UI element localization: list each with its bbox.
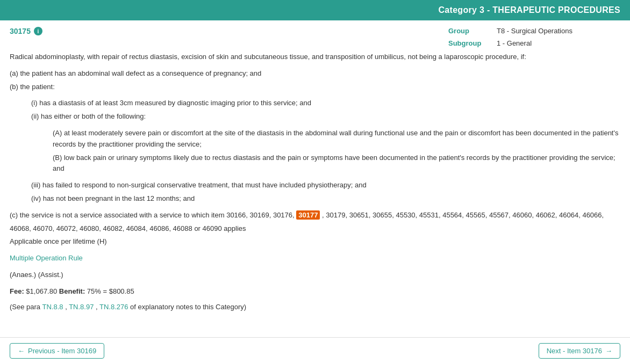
see-para-post: of explanatory notes to this Category)	[130, 303, 246, 311]
condition-c-post: , 30179, 30651, 30655, 45530, 45531, 455…	[322, 211, 604, 219]
benefit-label: Benefit:	[59, 287, 85, 295]
condition-b-ii-sub: (A) at least moderately severe pain or d…	[10, 128, 620, 174]
highlighted-item: 30177	[296, 210, 320, 220]
condition-b-text: (b) the patient:	[10, 82, 620, 93]
group-value: T8 - Surgical Operations	[497, 27, 572, 35]
anaes-text: (Anaes.) (Assist.)	[10, 270, 620, 281]
tn-8-97-link[interactable]: TN.8.97	[69, 303, 94, 311]
header-title: Category 3 - THERAPEUTIC PROCEDURES	[438, 5, 620, 14]
meta-panel: Group T8 - Surgical Operations Subgroup …	[438, 27, 620, 52]
condition-b-ii-text: (ii) has either or both of the following…	[31, 111, 620, 122]
applicable-text: Applicable once per lifetime (H)	[10, 236, 620, 247]
next-button-label: Next - Item 30176	[547, 347, 602, 355]
condition-b-iii-iv: (iii) has failed to respond to non-surgi…	[10, 180, 620, 205]
anaes-section: (Anaes.) (Assist.)	[10, 270, 620, 281]
condition-b-iii-text: (iii) has failed to respond to non-surgi…	[31, 180, 620, 191]
condition-a-block: (a) the patient has an abdominal wall de…	[10, 68, 620, 93]
page-header: Category 3 - THERAPEUTIC PROCEDURES	[0, 0, 630, 20]
meta-subgroup-row: Subgroup 1 - General	[448, 39, 620, 47]
previous-button-label: Previous - Item 30169	[28, 347, 96, 355]
condition-c-pre: (c) the service is not a service associa…	[10, 211, 295, 219]
multiple-operation-section: Multiple Operation Rule	[10, 253, 620, 264]
see-para-section: (See para TN.8.8 , TN.8.97 , TN.8.276 of…	[10, 302, 620, 313]
condition-a-text: (a) the patient has an abdominal wall de…	[10, 68, 620, 79]
condition-b-ii-B-text: (B) low back pain or urinary symptoms li…	[53, 152, 620, 175]
next-button[interactable]: Next - Item 30176	[539, 343, 620, 359]
item-id-link[interactable]: 30175	[10, 27, 31, 35]
group-label: Group	[448, 27, 497, 35]
main-description: Radical abdominoplasty, with repair of r…	[0, 52, 630, 361]
fee-value: $1,067.80	[26, 287, 57, 295]
subgroup-label: Subgroup	[448, 39, 497, 47]
see-para-line: (See para TN.8.8 , TN.8.97 , TN.8.276 of…	[10, 302, 620, 313]
fee-section: Fee: $1,067.80 Benefit: 75% = $800.85	[10, 286, 620, 297]
description-intro: Radical abdominoplasty, with repair of r…	[10, 52, 620, 63]
condition-b-i-text: (i) has a diastasis of at least 3cm meas…	[31, 98, 620, 109]
tn-8-8-link[interactable]: TN.8.8	[42, 303, 63, 311]
benefit-value: 75% = $800.85	[87, 287, 134, 295]
subgroup-value: 1 - General	[497, 39, 532, 47]
multiple-operation-rule-link[interactable]: Multiple Operation Rule	[10, 254, 83, 262]
condition-b-ii-A-text: (A) at least moderately severe pain or d…	[53, 128, 620, 150]
condition-c-block: (c) the service is not a service associa…	[10, 210, 620, 247]
intro-text: Radical abdominoplasty, with repair of r…	[10, 52, 620, 63]
tn-8-276-link[interactable]: TN.8.276	[99, 303, 128, 311]
item-header: 30175 i	[10, 27, 438, 35]
condition-b-iv-text: (iv) has not been pregnant in the last 1…	[31, 193, 620, 205]
see-para-pre: (See para	[10, 303, 40, 311]
previous-button[interactable]: Previous - Item 30169	[10, 343, 104, 359]
fee-label: Fee:	[10, 287, 24, 295]
condition-b-sub: (i) has a diastasis of at least 3cm meas…	[10, 98, 620, 122]
condition-c-line1: (c) the service is not a service associa…	[10, 210, 620, 221]
meta-group-row: Group T8 - Surgical Operations	[448, 27, 620, 35]
info-icon[interactable]: i	[34, 27, 42, 35]
footer-navigation: Previous - Item 30169 Next - Item 30176	[0, 337, 630, 364]
condition-c-line2: 46068, 46070, 46072, 46080, 46082, 46084…	[10, 223, 620, 235]
